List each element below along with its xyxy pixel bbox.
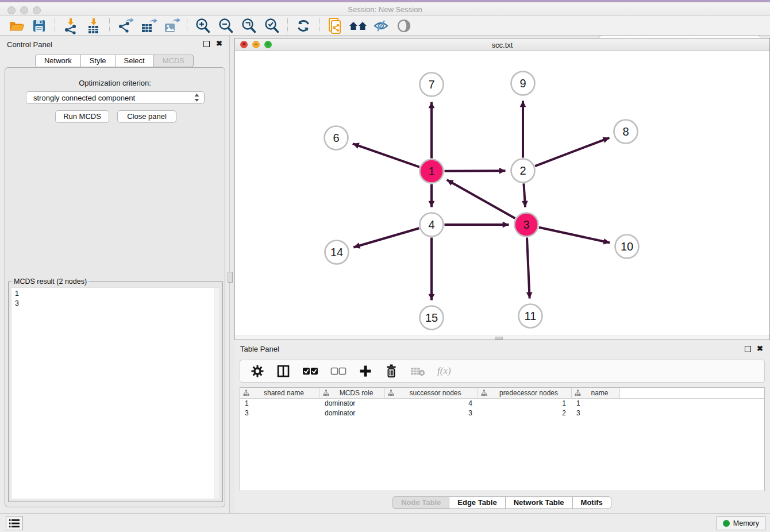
tab-network[interactable]: Network (35, 55, 81, 67)
edge-2-3[interactable] (523, 183, 525, 207)
optimization-criterion-select[interactable]: strongly connected component (26, 91, 205, 104)
close-panel-icon[interactable]: ✖ (757, 344, 763, 353)
column-header-name[interactable]: name (572, 388, 620, 398)
refresh-button[interactable] (292, 17, 315, 34)
save-session-button[interactable] (28, 17, 51, 34)
edge-3-10[interactable] (539, 228, 610, 243)
window-title: Session: New Session (0, 5, 770, 14)
splitter-grip[interactable] (228, 272, 233, 283)
show-columns-button[interactable] (276, 364, 290, 378)
zoom-out-button[interactable] (214, 17, 237, 34)
create-column-button[interactable] (359, 364, 372, 378)
edge-3-1[interactable] (447, 180, 515, 218)
status-menu-button[interactable] (6, 516, 23, 530)
graph-node-2[interactable]: 2 (511, 159, 535, 183)
function-builder-button[interactable]: f(x) (437, 365, 451, 377)
network-window-titlebar[interactable]: ✕ − + scc.txt (235, 38, 769, 51)
edge-4-14[interactable] (353, 228, 419, 247)
delete-column-button[interactable] (384, 364, 398, 379)
export-image-button[interactable] (160, 17, 183, 34)
table-settings-button[interactable] (251, 364, 264, 378)
tab-node-table[interactable]: Node Table (392, 496, 449, 509)
graph-node-1[interactable]: 1 (420, 160, 444, 183)
graph-node-10[interactable]: 10 (615, 235, 639, 259)
edge-3-11[interactable] (527, 237, 530, 298)
toolbar-separator (55, 18, 55, 33)
status-bar: Memory (0, 513, 770, 532)
open-session-button[interactable] (5, 17, 28, 34)
graph-node-15[interactable]: 15 (420, 306, 444, 330)
application-window: Session: New Session (0, 0, 770, 532)
titlebar[interactable]: Session: New Session (0, 2, 770, 16)
memory-button[interactable]: Memory (717, 516, 765, 530)
plus-icon (359, 364, 372, 378)
tab-network-table[interactable]: Network Table (505, 496, 573, 509)
export-table-button[interactable] (137, 17, 160, 34)
table-row[interactable]: 3dominator323 (240, 408, 764, 418)
unchecked-boxes-icon (330, 367, 346, 376)
zoom-fit-button[interactable] (237, 17, 260, 34)
column-header-shared-name[interactable]: shared name (240, 388, 320, 398)
edge-1-6[interactable] (353, 144, 419, 167)
tab-select[interactable]: Select (115, 55, 154, 67)
first-neighbors-button[interactable] (346, 17, 369, 34)
column-header-MCDS-role[interactable]: MCDS role (320, 388, 385, 398)
export-network-button[interactable] (114, 17, 137, 34)
node-table-body: 1dominator4113dominator323 (240, 399, 764, 418)
toolbar-separator (187, 18, 187, 33)
mcds-result-area[interactable]: 1 3 (11, 287, 220, 499)
node-label: 14 (330, 246, 343, 259)
select-all-button[interactable] (302, 367, 318, 376)
unselect-all-button[interactable] (330, 367, 346, 376)
import-table-button[interactable] (82, 17, 105, 34)
gear-icon (251, 364, 264, 378)
mcds-result-group: MCDS result (2 nodes) 1 3 (8, 282, 223, 502)
tab-style[interactable]: Style (80, 55, 116, 67)
zoom-in-button[interactable] (191, 17, 214, 34)
float-panel-icon[interactable] (745, 346, 751, 352)
zoom-selected-button[interactable] (260, 17, 283, 34)
graph-node-3[interactable]: 3 (515, 213, 538, 237)
graph-node-6[interactable]: 6 (325, 126, 348, 150)
close-panel-button[interactable]: Close panel (117, 110, 176, 123)
memory-label: Memory (733, 519, 759, 527)
column-header-successor-nodes[interactable]: successor nodes (385, 388, 478, 398)
network-canvas[interactable]: 1234678910111415 (235, 51, 769, 337)
tab-edge-table[interactable]: Edge Table (449, 496, 505, 509)
mcds-result-text: 1 3 (11, 288, 214, 499)
run-mcds-button[interactable]: Run MCDS (55, 110, 109, 123)
eye-icon (396, 18, 412, 34)
table-cell: 3 (572, 408, 620, 418)
network-window-title: scc.txt (235, 41, 769, 49)
trash-icon (384, 364, 398, 379)
column-header-predecessor-nodes[interactable]: predecessor nodes (478, 388, 572, 398)
delete-table-button[interactable] (410, 366, 425, 376)
network-hscrollbar[interactable] (235, 336, 769, 340)
edge-1-2[interactable] (444, 171, 505, 171)
export-image-icon (162, 17, 180, 34)
network-hscrollbar-thumb[interactable] (495, 337, 503, 340)
edge-2-8[interactable] (535, 138, 609, 166)
close-panel-icon[interactable]: ✖ (216, 39, 222, 48)
hide-selected-button[interactable] (369, 17, 392, 34)
graph-node-7[interactable]: 7 (420, 73, 444, 97)
table-row[interactable]: 1dominator411 (240, 399, 764, 408)
tab-mcds[interactable]: MCDS (153, 55, 194, 67)
network-graph[interactable]: 1234678910111415 (235, 51, 769, 337)
new-network-from-selection-button[interactable] (324, 17, 346, 34)
optimization-criterion-label: Optimization criterion: (5, 79, 225, 87)
toolbar-separator (319, 18, 319, 33)
tab-motifs[interactable]: Motifs (572, 496, 611, 509)
graph-node-4[interactable]: 4 (420, 213, 444, 237)
graph-node-8[interactable]: 8 (614, 120, 638, 144)
mcds-result-scrollbar[interactable] (214, 288, 220, 499)
show-graphics-details-button[interactable] (392, 17, 415, 34)
graph-node-14[interactable]: 14 (325, 241, 349, 264)
zoom-out-icon (217, 17, 234, 34)
float-panel-icon[interactable] (203, 41, 210, 47)
import-network-button[interactable] (59, 17, 82, 34)
graph-node-9[interactable]: 9 (511, 72, 535, 95)
node-label: 1 (428, 165, 434, 178)
table-cell: 3 (385, 408, 478, 418)
graph-node-11[interactable]: 11 (519, 304, 542, 328)
